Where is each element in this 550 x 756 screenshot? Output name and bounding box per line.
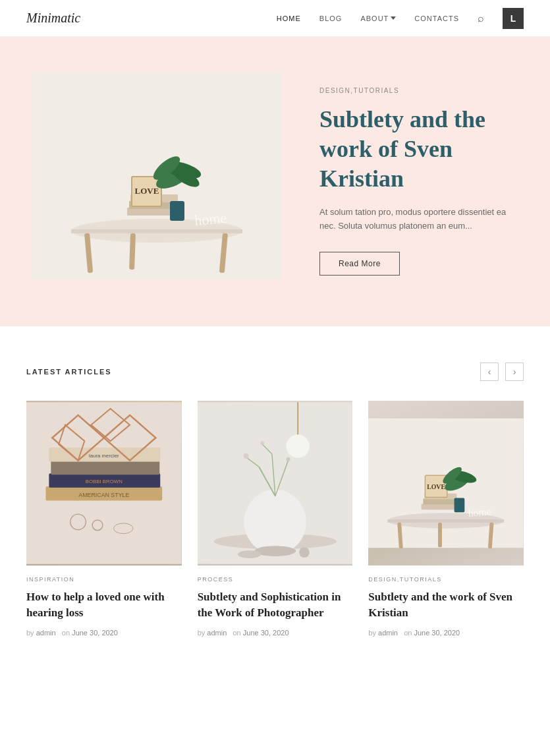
articles-prev-button[interactable]: ‹ (480, 363, 499, 381)
hero-section: LOVE home DESIGN,TUTORIALS Subtlety and … (0, 36, 550, 326)
article-title-1: How to help a loved one with hearing los… (26, 589, 182, 621)
article-author-1: admin (36, 629, 56, 637)
articles-next-button[interactable]: › (505, 363, 524, 381)
article-title-3: Subtlety and the work of Sven Kristian (368, 589, 524, 621)
article-category-1: INSPIRATION (26, 576, 182, 583)
hero-category: DESIGN,TUTORIALS (319, 87, 517, 94)
read-more-button[interactable]: Read More (319, 252, 400, 276)
nav-blog[interactable]: BLOG (319, 15, 343, 22)
article-author-3: admin (378, 629, 398, 637)
article-author-2: admin (207, 629, 227, 637)
svg-point-42 (243, 453, 248, 459)
svg-text:BOBBI BROWN: BOBBI BROWN (86, 479, 123, 484)
articles-navigation: ‹ › (480, 363, 524, 381)
article-date-1: June 30, 2020 (72, 629, 118, 637)
article-image-1: AMERICAN STYLE BOBBI BROWN laura mercier (26, 401, 182, 566)
article-date-2: June 30, 2020 (243, 629, 289, 637)
article-title-2: Subtlety and Sophistication in the Work … (198, 589, 353, 621)
svg-text:laura mercier: laura mercier (89, 453, 119, 459)
article-meta-2: by admin on June 30, 2020 (198, 629, 353, 637)
nav-links: HOME BLOG ABOUT CONTACTS ⌕ L (277, 8, 524, 29)
article-date-3: June 30, 2020 (414, 629, 460, 637)
article-card-3: LOVE home DESIGN,TUTORIALS Subtlety and … (368, 401, 524, 637)
nav-about[interactable]: ABOUT (360, 15, 396, 22)
search-icon[interactable]: ⌕ (478, 13, 484, 24)
svg-rect-53 (422, 504, 459, 509)
svg-point-33 (286, 434, 309, 457)
svg-text:home: home (194, 210, 227, 229)
svg-text:home: home (468, 506, 491, 519)
svg-rect-22 (51, 461, 159, 475)
articles-header: LATEST ARTICLES ‹ › (26, 363, 524, 381)
article-meta-1: by admin on June 30, 2020 (26, 629, 182, 637)
svg-point-35 (244, 490, 306, 554)
svg-rect-2 (71, 229, 242, 233)
svg-text:LOVE: LOVE (135, 186, 159, 196)
svg-rect-58 (454, 498, 465, 513)
hero-image: LOVE home (32, 73, 282, 280)
svg-rect-49 (388, 519, 505, 523)
articles-section-title: LATEST ARTICLES (26, 368, 112, 376)
chevron-down-icon (391, 16, 396, 20)
article-card-2: PROCESS Subtlety and Sophistication in t… (198, 401, 353, 637)
hero-content: DESIGN,TUTORIALS Subtlety and the work o… (267, 36, 550, 326)
nav-contacts[interactable]: CONTACTS (414, 15, 459, 22)
svg-text:LOVE: LOVE (427, 483, 446, 490)
svg-rect-11 (170, 201, 184, 221)
main-nav: Minimatic HOME BLOG ABOUT CONTACTS ⌕ L (0, 0, 550, 36)
svg-text:AMERICAN STYLE: AMERICAN STYLE (78, 492, 129, 498)
svg-point-44 (286, 457, 290, 461)
svg-point-43 (260, 441, 264, 445)
article-card-1: AMERICAN STYLE BOBBI BROWN laura mercier (26, 401, 182, 637)
hero-title: Subtlety and the work of Sven Kristian (319, 105, 517, 194)
articles-grid: AMERICAN STYLE BOBBI BROWN laura mercier (26, 401, 524, 637)
article-category-3: DESIGN,TUTORIALS (368, 576, 524, 583)
articles-section: LATEST ARTICLES ‹ › AMERICAN STYLE BOBBI… (0, 326, 550, 663)
svg-rect-54 (424, 499, 458, 505)
svg-point-45 (238, 550, 261, 558)
nav-home[interactable]: HOME (277, 15, 301, 22)
svg-point-46 (299, 547, 310, 558)
hero-description: At solum tation pro, modus oportere diss… (319, 206, 517, 233)
svg-rect-52 (438, 523, 442, 547)
article-meta-3: by admin on June 30, 2020 (368, 629, 524, 637)
article-image-3: LOVE home (368, 401, 524, 566)
article-category-2: PROCESS (198, 576, 353, 583)
avatar[interactable]: L (503, 8, 524, 29)
article-image-2 (198, 401, 353, 566)
site-logo[interactable]: Minimatic (26, 11, 80, 26)
